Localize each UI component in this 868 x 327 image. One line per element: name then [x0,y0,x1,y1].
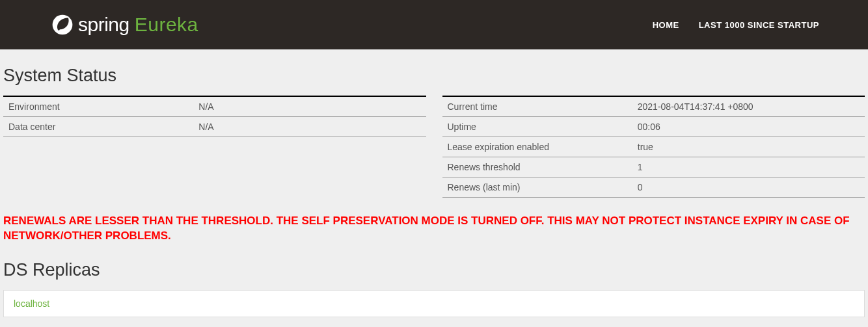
status-value: 1 [632,157,865,177]
table-row: Lease expiration enabledtrue [442,137,865,157]
table-row: Data centerN/A [3,117,426,137]
brand-spring-text: spring [78,14,129,36]
status-label: Lease expiration enabled [442,137,632,157]
table-row: Current time2021-08-04T14:37:41 +0800 [442,96,865,117]
status-label: Renews threshold [442,157,632,177]
main-container: System Status EnvironmentN/AData centerN… [0,66,868,317]
svg-point-1 [58,28,60,30]
status-value: N/A [193,96,426,117]
status-label: Data center [3,117,193,137]
table-row: Renews (last min)0 [442,177,865,198]
status-value: 00:06 [632,117,865,137]
nav-last1000-link[interactable]: LAST 1000 SINCE STARTUP [699,20,819,30]
status-label: Current time [442,96,632,117]
replica-link[interactable]: localhost [14,298,49,309]
brand[interactable]: spring Eureka [52,14,198,36]
table-row: EnvironmentN/A [3,96,426,117]
status-label: Uptime [442,117,632,137]
replicas-box: localhost [3,290,865,317]
brand-eureka-text: Eureka [135,14,198,36]
status-value: true [632,137,865,157]
ds-replicas-heading: DS Replicas [3,260,865,280]
nav-links: HOME LAST 1000 SINCE STARTUP [653,20,819,30]
status-table-right: Current time2021-08-04T14:37:41 +0800Upt… [442,96,865,198]
status-label: Environment [3,96,193,117]
table-row: Uptime00:06 [442,117,865,137]
system-status-heading: System Status [3,66,865,86]
status-value: 2021-08-04T14:37:41 +0800 [632,96,865,117]
status-value: N/A [193,117,426,137]
status-columns: EnvironmentN/AData centerN/A Current tim… [3,96,865,198]
nav-home-link[interactable]: HOME [653,20,679,30]
navbar: spring Eureka HOME LAST 1000 SINCE START… [0,0,868,49]
warning-message: RENEWALS ARE LESSER THAN THE THRESHOLD. … [3,214,865,244]
status-table-left: EnvironmentN/AData centerN/A [3,96,426,137]
spring-logo-icon [52,14,73,35]
status-label: Renews (last min) [442,177,632,198]
status-value: 0 [632,177,865,198]
table-row: Renews threshold1 [442,157,865,177]
